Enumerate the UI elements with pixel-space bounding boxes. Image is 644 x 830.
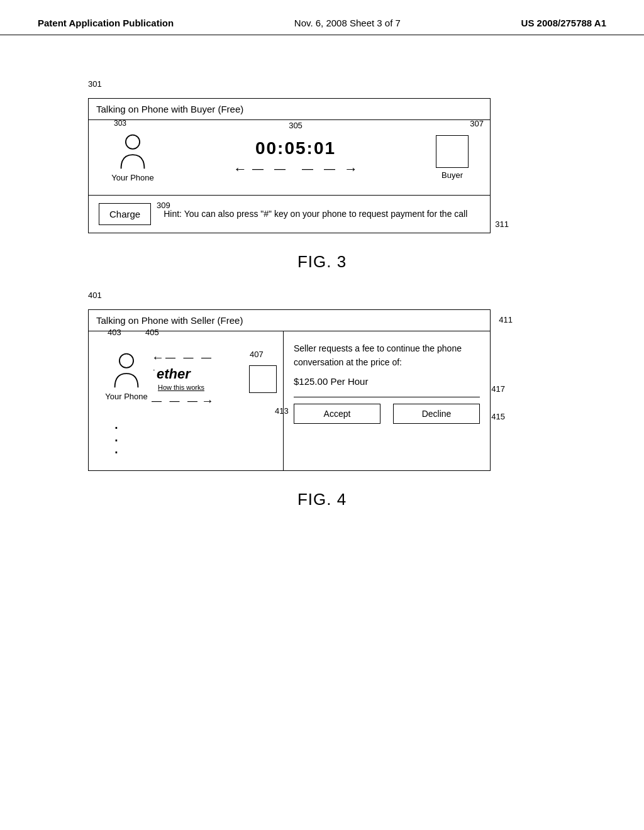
arrow-right-icon: → — [344, 161, 358, 177]
price-text: $125.00 Per Hour — [294, 376, 480, 387]
ref-417: 417 — [491, 384, 505, 394]
ref-303: 303 — [114, 119, 126, 128]
ref-301: 301 — [88, 79, 102, 89]
fig3-time-display: 00:05:01 — [255, 138, 336, 158]
fig4-phone-area: Your Phone — [101, 351, 152, 401]
accept-button[interactable]: Accept — [294, 404, 380, 424]
fig4-phone-label: Your Phone — [105, 392, 147, 401]
left-dashes-fig4: — — — — [165, 352, 214, 363]
header-date-sheet: Nov. 6, 2008 Sheet 3 of 7 — [294, 18, 401, 28]
seller-request-text: Seller requests a fee to continue the ph… — [294, 341, 480, 370]
ref-309: 309 — [157, 201, 170, 210]
header-patent-number: US 2008/275788 A1 — [521, 18, 606, 28]
fig3-title: Talking on Phone with Buyer (Free) — [89, 99, 490, 120]
fig4-dots: ··· — [101, 421, 121, 458]
page-header: Patent Application Publication Nov. 6, 2… — [0, 0, 644, 35]
charge-button[interactable]: Charge — [99, 203, 151, 225]
ref-307: 307 — [470, 119, 484, 128]
fig3-diagram: Talking on Phone with Buyer (Free) 303 Y… — [88, 98, 491, 233]
ref-305: 305 — [289, 121, 303, 130]
decline-button[interactable]: Decline — [393, 404, 480, 424]
header-publication: Patent Application Publication — [38, 18, 174, 28]
right-dashes-fig4: — — — — [152, 396, 200, 407]
svg-point-0 — [126, 135, 140, 149]
fig3-phone-area: 303 Your Phone — [101, 133, 164, 182]
ref-413: 413 — [275, 406, 289, 415]
buyer-label: Buyer — [441, 170, 463, 180]
fig4-seller-box: 407 — [249, 365, 277, 393]
accept-decline-row: 413 Accept Decline 415 — [294, 397, 480, 424]
fig3-arrow-row: ← — — — — → — [164, 161, 427, 177]
fig4-left-panel: 403 Your Phone 405 — [89, 331, 284, 470]
fig3-buyer-area: 307 Buyer — [427, 135, 477, 180]
fig4-diagram: Talking on Phone with Seller (Free) 403 — [88, 309, 491, 471]
ether-dot-icon: · — [153, 365, 155, 374]
fig3-caption: FIG. 3 — [50, 252, 594, 272]
svg-point-1 — [119, 353, 133, 367]
ref-403: 403 — [108, 328, 121, 337]
fig3-main-row: 303 Your Phone 305 00:05:01 ← — — — [89, 120, 490, 195]
fig4-right-panel: Seller requests a fee to continue the ph… — [284, 331, 490, 434]
ref-401: 401 — [88, 290, 102, 300]
person-icon — [117, 133, 148, 170]
fig3-arrows-time: 305 00:05:01 ← — — — — → — [164, 138, 427, 177]
fig3-bottom-row: Charge 309 Hint: You can also press "#" … — [89, 195, 490, 233]
fig3-section: 301 Talking on Phone with Buyer (Free) 3… — [50, 98, 594, 272]
arrow-left-fig4: ← — [152, 350, 164, 365]
arrow-left-icon: ← — [233, 161, 247, 177]
fig4-person-icon — [111, 351, 142, 389]
fig4-section: 401 Talking on Phone with Seller (Free) … — [50, 309, 594, 509]
hint-text: Hint: You can also press "#" key on your… — [164, 208, 480, 221]
ref-415: 415 — [491, 412, 505, 421]
fig3-phone-label: Your Phone — [111, 173, 153, 182]
buyer-box — [436, 135, 469, 168]
ref-407: 407 — [250, 350, 270, 359]
ref-311: 311 — [495, 219, 509, 229]
ref-411: 411 — [499, 315, 513, 324]
ref-405: 405 — [145, 328, 159, 337]
arrow-right-fig4: → — [201, 394, 214, 408]
left-dashes: — — — [252, 162, 289, 175]
content-area: 301 Talking on Phone with Buyer (Free) 3… — [0, 35, 644, 566]
right-dashes: — — — [302, 162, 339, 175]
fig4-right-wrapper: 411 Seller requests a fee to continue th… — [284, 331, 490, 470]
fig4-phone-row: 403 Your Phone 405 — [101, 344, 277, 408]
how-this-works-link[interactable]: How this works — [158, 384, 204, 391]
fig4-main-row: 403 Your Phone 405 — [89, 331, 490, 470]
fig4-caption: FIG. 4 — [50, 490, 594, 509]
ether-brand: ether — [157, 366, 191, 382]
